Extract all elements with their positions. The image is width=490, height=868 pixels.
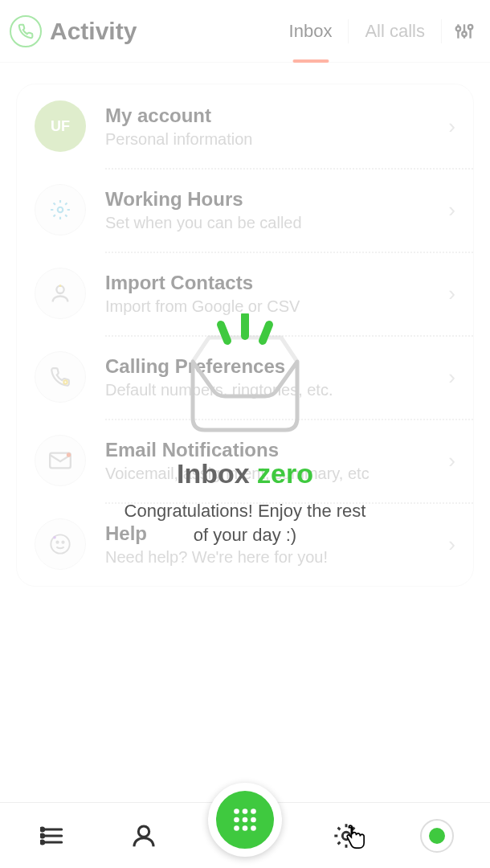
- svg-point-34: [243, 825, 248, 831]
- svg-point-26: [343, 832, 350, 839]
- svg-point-8: [59, 285, 62, 287]
- settings-import-contacts[interactable]: Import Contacts Import from Google or CS…: [17, 252, 473, 335]
- tab-inbox-label: Inbox: [289, 21, 333, 42]
- svg-point-11: [67, 452, 71, 457]
- page-title: Activity: [50, 18, 137, 45]
- row-subtitle: Import from Google or CSV: [105, 297, 448, 316]
- presence-dot-icon: [420, 819, 454, 853]
- svg-point-33: [234, 825, 239, 831]
- svg-point-27: [234, 809, 239, 814]
- row-subtitle: Default numbers, ringtones, etc.: [105, 381, 448, 399]
- svg-point-14: [62, 542, 63, 543]
- settings-email-notifications[interactable]: Email Notifications Voicemail, assignmen…: [17, 419, 473, 502]
- svg-point-30: [234, 817, 239, 823]
- settings-working-hours[interactable]: Working Hours Set when you can be called…: [17, 168, 473, 252]
- svg-point-9: [63, 380, 67, 383]
- tab-all-calls[interactable]: All calls: [349, 0, 441, 63]
- chevron-right-icon: ›: [448, 198, 455, 223]
- svg-point-31: [243, 817, 248, 823]
- row-subtitle: Personal information: [105, 130, 448, 149]
- row-subtitle: Voicemail, assignment, summary, etc: [105, 465, 448, 483]
- phone-gear-icon: [35, 351, 86, 403]
- nav-settings-icon[interactable]: [321, 810, 372, 862]
- svg-point-35: [251, 825, 256, 831]
- chevron-right-icon: ›: [448, 448, 455, 473]
- row-title: Help: [105, 522, 448, 545]
- svg-point-32: [251, 817, 256, 823]
- tab-separator: [441, 19, 442, 43]
- mail-gear-icon: [35, 435, 86, 486]
- person-gear-icon: [35, 268, 86, 319]
- svg-point-13: [56, 542, 58, 543]
- settings-calling-preferences[interactable]: Calling Preferences Default numbers, rin…: [17, 335, 473, 419]
- filter-icon[interactable]: [448, 15, 480, 47]
- chevron-right-icon: ›: [448, 365, 455, 390]
- svg-point-6: [58, 207, 63, 213]
- svg-point-23: [41, 834, 44, 837]
- svg-point-1: [456, 27, 460, 31]
- row-subtitle: Set when you can be called: [105, 214, 448, 232]
- row-title: My account: [105, 104, 448, 127]
- svg-point-25: [138, 826, 149, 837]
- app-logo-icon: [10, 15, 42, 47]
- settings-my-account[interactable]: UF My account Personal information ›: [17, 84, 473, 168]
- row-title: Email Notifications: [105, 439, 448, 461]
- chevron-right-icon: ›: [448, 281, 455, 306]
- row-subtitle: Need help? We're here for you!: [105, 548, 448, 567]
- avatar: UF: [35, 100, 86, 152]
- svg-point-15: [53, 536, 56, 539]
- tab-inbox[interactable]: Inbox: [273, 0, 349, 63]
- chevron-right-icon: ›: [448, 532, 455, 557]
- nav-status-icon[interactable]: [411, 810, 463, 862]
- svg-point-28: [243, 809, 248, 814]
- settings-help[interactable]: Help Need help? We're here for you! ›: [17, 502, 473, 586]
- dialer-fab[interactable]: [208, 783, 282, 857]
- settings-card: UF My account Personal information › Wor…: [16, 84, 474, 587]
- row-title: Working Hours: [105, 188, 448, 211]
- tab-all-label: All calls: [365, 21, 425, 42]
- chevron-right-icon: ›: [448, 114, 455, 139]
- row-title: Calling Preferences: [105, 355, 448, 378]
- nav-activity-icon[interactable]: [27, 810, 79, 862]
- nav-contacts-icon[interactable]: [118, 810, 169, 862]
- svg-point-3: [462, 31, 466, 35]
- svg-point-29: [251, 809, 256, 814]
- svg-point-24: [41, 841, 44, 844]
- header-bar: Activity Inbox All calls: [0, 0, 490, 63]
- svg-point-5: [468, 24, 472, 28]
- row-title: Import Contacts: [105, 272, 448, 294]
- gear-icon: [35, 184, 86, 235]
- help-icon: [35, 518, 86, 570]
- svg-point-22: [41, 828, 44, 831]
